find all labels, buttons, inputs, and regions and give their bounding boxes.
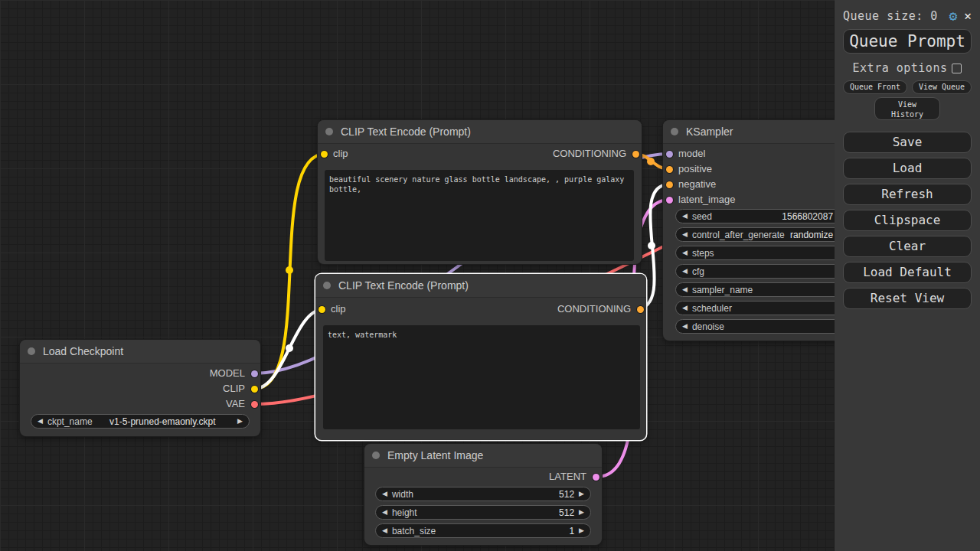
queue-front-button[interactable]: Queue Front xyxy=(843,80,907,94)
node-title-bar[interactable]: CLIP Text Encode (Prompt) xyxy=(315,274,646,298)
node-clip-text-encode-negative[interactable]: CLIP Text Encode (Prompt) clip CONDITION… xyxy=(315,274,646,440)
height-value: 512 xyxy=(417,507,574,518)
cfg-widget[interactable]: ◀ cfg ▶ xyxy=(675,264,850,279)
node-title: Load Checkpoint xyxy=(43,345,123,357)
settings-gear-icon[interactable]: ⚙ xyxy=(949,8,958,24)
link-midpoint-dot[interactable] xyxy=(286,344,293,352)
latent-output-dot[interactable] xyxy=(593,474,599,481)
node-clip-text-encode-positive[interactable]: CLIP Text Encode (Prompt) clip CONDITION… xyxy=(318,120,642,264)
conditioning-output-dot[interactable] xyxy=(637,306,644,313)
scheduler-widget[interactable]: ◀ scheduler ▶ xyxy=(675,301,850,315)
output-port-model: MODEL xyxy=(210,368,260,379)
node-title: KSampler xyxy=(686,126,733,138)
negative-input-dot[interactable] xyxy=(666,181,673,188)
model-input-dot[interactable] xyxy=(666,151,673,158)
queue-size-label: Queue size: 0 xyxy=(843,9,949,23)
output-port-conditioning: CONDITIONING xyxy=(557,304,646,315)
height-widget[interactable]: ◀ height 512 ▶ xyxy=(375,505,591,520)
node-empty-latent-image[interactable]: Empty Latent Image LATENT ◀ width 512 ▶ … xyxy=(364,444,602,545)
prompt-textarea[interactable]: text, watermark xyxy=(323,325,640,429)
left-arrow-icon[interactable]: ◀ xyxy=(682,264,688,279)
left-arrow-icon[interactable]: ◀ xyxy=(38,414,43,429)
output-port-latent: LATENT xyxy=(549,471,602,482)
node-title: CLIP Text Encode (Prompt) xyxy=(338,279,469,292)
node-title-bar[interactable]: Empty Latent Image xyxy=(364,444,602,468)
left-arrow-icon[interactable]: ◀ xyxy=(382,505,387,520)
batch-size-value: 1 xyxy=(436,526,574,536)
left-arrow-icon[interactable]: ◀ xyxy=(682,282,688,297)
seed-value: 1566802087 xyxy=(712,211,833,222)
extra-options-label: Extra options xyxy=(853,61,948,75)
load-button[interactable]: Load xyxy=(843,158,972,179)
link-midpoint-dot[interactable] xyxy=(286,266,293,274)
output-port-clip: CLIP xyxy=(223,383,260,394)
collapse-dot-icon[interactable] xyxy=(323,282,331,289)
node-title-bar[interactable]: KSampler xyxy=(663,120,862,144)
positive-input-dot[interactable] xyxy=(666,166,673,173)
left-arrow-icon[interactable]: ◀ xyxy=(682,319,688,334)
right-arrow-icon[interactable]: ▶ xyxy=(579,487,584,501)
link-midpoint-dot[interactable] xyxy=(647,158,655,165)
link-midpoint-dot[interactable] xyxy=(648,242,655,249)
batch-size-widget[interactable]: ◀ batch_size 1 ▶ xyxy=(375,523,591,538)
control-after-generate-widget[interactable]: ◀ control_after_generate randomize ▶ xyxy=(675,227,850,242)
ckpt-name-value: v1-5-pruned-emaonly.ckpt xyxy=(93,416,233,427)
input-port-latent-image: latent_image xyxy=(663,194,735,205)
collapse-dot-icon[interactable] xyxy=(372,452,380,459)
left-arrow-icon[interactable]: ◀ xyxy=(682,209,688,223)
right-arrow-icon[interactable]: ▶ xyxy=(579,523,584,538)
left-arrow-icon[interactable]: ◀ xyxy=(682,227,688,242)
output-port-conditioning: CONDITIONING xyxy=(553,148,642,159)
queue-prompt-button[interactable]: Queue Prompt xyxy=(843,29,972,54)
prompt-textarea[interactable]: beautiful scenery nature glass bottle la… xyxy=(325,170,634,261)
comfyui-menu: Queue size: 0 ⚙ ✕ Queue Prompt Extra opt… xyxy=(835,0,980,551)
input-port-model: model xyxy=(663,148,705,159)
load-default-button[interactable]: Load Default xyxy=(843,262,972,283)
close-icon[interactable]: ✕ xyxy=(964,8,972,24)
width-value: 512 xyxy=(413,489,574,500)
node-load-checkpoint[interactable]: Load Checkpoint MODEL CLIP VAE ◀ ckpt_na… xyxy=(20,340,260,436)
node-title-bar[interactable]: Load Checkpoint xyxy=(20,340,260,364)
comfyui-canvas[interactable]: Load Checkpoint MODEL CLIP VAE ◀ ckpt_na… xyxy=(0,0,980,551)
conditioning-output-dot[interactable] xyxy=(632,151,639,158)
node-ksampler[interactable]: KSampler model positive negative latent_… xyxy=(663,120,862,341)
clear-button[interactable]: Clear xyxy=(843,236,972,257)
node-title: Empty Latent Image xyxy=(387,449,483,461)
reset-view-button[interactable]: Reset View xyxy=(843,288,972,309)
vae-output-dot[interactable] xyxy=(251,401,258,408)
width-widget[interactable]: ◀ width 512 ▶ xyxy=(375,487,591,501)
collapse-dot-icon[interactable] xyxy=(325,128,333,135)
right-arrow-icon[interactable]: ▶ xyxy=(579,505,584,520)
right-arrow-icon[interactable]: ▶ xyxy=(237,414,243,429)
left-arrow-icon[interactable]: ◀ xyxy=(682,301,688,315)
save-button[interactable]: Save xyxy=(843,132,972,153)
left-arrow-icon[interactable]: ◀ xyxy=(382,523,387,538)
clip-input-dot[interactable] xyxy=(321,151,328,158)
view-history-button[interactable]: View History xyxy=(874,97,940,120)
ckpt-name-widget[interactable]: ◀ ckpt_name v1-5-pruned-emaonly.ckpt ▶ xyxy=(31,414,250,429)
node-title: CLIP Text Encode (Prompt) xyxy=(341,126,471,138)
control-after-generate-value: randomize xyxy=(785,230,833,240)
left-arrow-icon[interactable]: ◀ xyxy=(682,246,688,260)
clipspace-button[interactable]: Clipspace xyxy=(843,210,972,231)
input-port-clip: clip xyxy=(315,304,346,315)
denoise-widget[interactable]: ◀ denoise ▶ xyxy=(675,319,850,334)
clip-input-dot[interactable] xyxy=(318,306,325,313)
input-port-negative: negative xyxy=(663,179,716,190)
collapse-dot-icon[interactable] xyxy=(671,128,678,135)
input-port-clip: clip xyxy=(318,148,348,159)
extra-options-checkbox[interactable] xyxy=(952,64,962,73)
steps-widget[interactable]: ◀ steps ▶ xyxy=(675,246,850,260)
latent-image-input-dot[interactable] xyxy=(666,197,673,204)
model-output-dot[interactable] xyxy=(251,370,258,377)
seed-widget[interactable]: ◀ seed 1566802087 ▶ xyxy=(675,209,850,223)
clip-output-dot[interactable] xyxy=(251,386,258,393)
input-port-positive: positive xyxy=(663,164,712,174)
refresh-button[interactable]: Refresh xyxy=(843,184,972,205)
collapse-dot-icon[interactable] xyxy=(28,347,35,355)
output-port-vae: VAE xyxy=(226,399,260,409)
sampler-name-widget[interactable]: ◀ sampler_name ▶ xyxy=(675,282,850,297)
left-arrow-icon[interactable]: ◀ xyxy=(382,487,387,501)
node-title-bar[interactable]: CLIP Text Encode (Prompt) xyxy=(318,120,642,144)
view-queue-button[interactable]: View Queue xyxy=(912,80,972,94)
